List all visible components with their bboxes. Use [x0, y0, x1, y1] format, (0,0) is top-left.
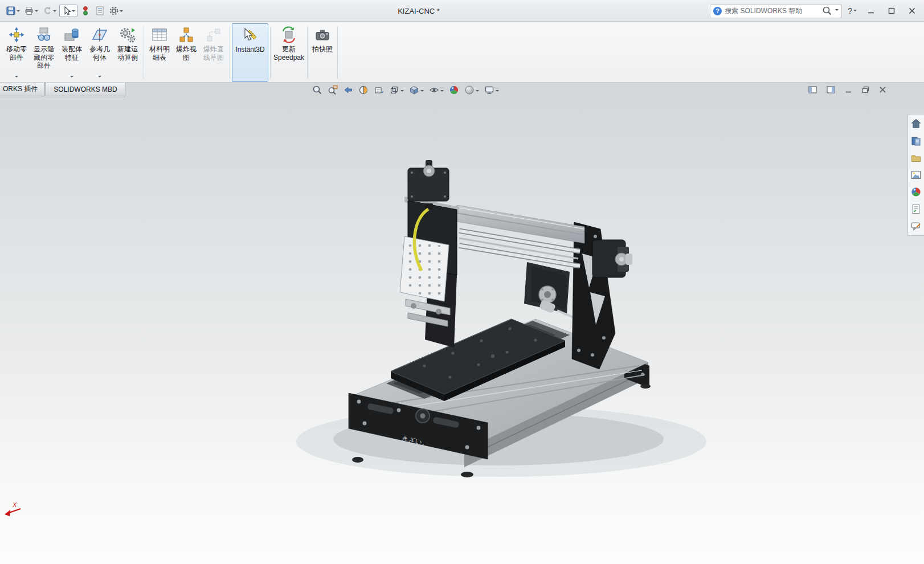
- print-button[interactable]: [23, 5, 39, 17]
- chevron-down-icon[interactable]: [15, 76, 18, 79]
- taskpane-custom-properties-button[interactable]: [910, 203, 922, 215]
- ribbon-button-label: 更新 Speedpak: [273, 45, 304, 62]
- file-explorer-folder-icon: [910, 152, 922, 164]
- taskpane-view-palette-button[interactable]: [910, 169, 922, 181]
- ribbon-button-label: 移动零部件: [5, 45, 28, 62]
- pane-left-icon[interactable]: [808, 86, 817, 93]
- assembly-features-icon: [63, 26, 80, 43]
- search-icon[interactable]: [822, 6, 832, 16]
- cnc-model[interactable]: きざい。: [296, 160, 706, 477]
- undo-button[interactable]: [41, 5, 58, 17]
- save-icon: [6, 6, 16, 16]
- ribbon-button-move-component[interactable]: 移动零部件: [3, 23, 30, 82]
- chevron-down-icon[interactable]: [420, 90, 424, 93]
- chevron-down-icon[interactable]: [98, 76, 101, 79]
- taskpane-file-explorer-button[interactable]: [910, 152, 922, 164]
- selection-filter-button[interactable]: [79, 5, 92, 17]
- zoom-to-fit-button[interactable]: [312, 85, 322, 95]
- machine-foot: [640, 384, 651, 389]
- ribbon-button-instant3d[interactable]: Instant3D: [232, 23, 268, 82]
- task-pane-tabs: [907, 114, 924, 236]
- taskpane-design-library-button[interactable]: [910, 134, 922, 147]
- tab-solidworks-addins[interactable]: ORKS 插件: [0, 83, 44, 96]
- home-icon: [910, 118, 922, 129]
- heads-up-view-toolbar: [312, 85, 499, 95]
- edit-appearance-button[interactable]: [449, 85, 459, 95]
- machine-foot: [461, 472, 473, 477]
- ribbon-button-new-motion-study[interactable]: 新建运动算例: [113, 23, 142, 82]
- show-hidden-components-icon: [35, 26, 52, 43]
- print-icon: [24, 6, 34, 16]
- minimize-icon: [868, 7, 874, 14]
- pane-right-icon[interactable]: [827, 86, 835, 93]
- taskpane-appearances-button[interactable]: [910, 186, 922, 198]
- select-cursor-icon: [62, 6, 72, 16]
- edit-appearance-icon: [449, 85, 459, 95]
- ribbon-button-label: 装配体特征: [60, 45, 84, 62]
- ribbon-separator: [337, 27, 338, 79]
- save-button[interactable]: [5, 5, 21, 17]
- design-library-icon: [910, 135, 922, 146]
- apply-scene-button[interactable]: [464, 85, 479, 95]
- minimize-button[interactable]: [862, 3, 880, 19]
- bill-of-materials-icon: [151, 26, 168, 43]
- doc-restore-icon[interactable]: [862, 86, 869, 93]
- help-search-input[interactable]: [725, 7, 819, 15]
- doc-close-icon[interactable]: [879, 86, 886, 93]
- ribbon-button-update-speedpak[interactable]: 更新 Speedpak: [272, 23, 305, 82]
- ribbon-button-label: Instant3D: [234, 46, 267, 54]
- dynamic-annotation-views-icon: [374, 85, 384, 95]
- ribbon-button-assembly-features[interactable]: 装配体特征: [58, 23, 86, 82]
- view-settings-button[interactable]: [484, 85, 499, 95]
- ribbon-button-take-snapshot[interactable]: 拍快照: [309, 23, 336, 82]
- dynamic-annotation-views-button[interactable]: [374, 85, 384, 95]
- quick-access-toolbar: [5, 5, 124, 17]
- new-motion-study-icon: [119, 26, 136, 43]
- chevron-down-icon[interactable]: [476, 90, 479, 93]
- zoom-to-area-button[interactable]: [328, 85, 338, 95]
- section-view-button[interactable]: [358, 85, 369, 95]
- explode-line-sketch-icon: [205, 26, 222, 43]
- chevron-down-icon[interactable]: [70, 76, 73, 79]
- ribbon-button-label: 爆炸直线草图: [202, 45, 226, 62]
- graphics-viewport[interactable]: ORKS 插件 SOLIDWORKS MBD: [0, 83, 924, 564]
- document-properties-button[interactable]: [93, 5, 106, 17]
- ribbon-button-exploded-view[interactable]: 爆炸视图: [173, 23, 199, 82]
- chevron-down-icon: [53, 10, 56, 14]
- ribbon-separator: [270, 27, 271, 79]
- model-canvas[interactable]: きざい。: [0, 83, 924, 564]
- chevron-down-icon[interactable]: [400, 90, 404, 93]
- ribbon-separator: [230, 27, 230, 79]
- chevron-down-icon: [17, 10, 20, 14]
- previous-view-icon: [343, 85, 353, 95]
- chevron-down-icon[interactable]: [440, 90, 444, 93]
- ribbon-button-label: 爆炸视图: [174, 45, 198, 62]
- solidworks-window: KIZAI-CNC * ? ?: [0, 0, 924, 564]
- close-button[interactable]: [903, 3, 921, 19]
- ribbon-button-show-hidden-components[interactable]: 显示隐藏的零部件: [30, 23, 58, 82]
- selection-filter-icon: [80, 6, 91, 16]
- chevron-down-icon[interactable]: [835, 9, 839, 13]
- help-search-box[interactable]: ?: [710, 4, 842, 18]
- custom-properties-icon: [910, 203, 922, 215]
- chevron-down-icon[interactable]: [496, 90, 499, 93]
- display-style-button[interactable]: [409, 85, 424, 95]
- forum-icon: [910, 220, 922, 232]
- title-bar: KIZAI-CNC * ? ?: [0, 0, 924, 22]
- help-badge-icon: ?: [713, 7, 722, 15]
- hide-show-items-button[interactable]: [429, 85, 444, 95]
- select-tool-button[interactable]: [59, 5, 77, 17]
- doc-minimize-icon[interactable]: [845, 86, 852, 93]
- previous-view-button[interactable]: [343, 85, 353, 95]
- help-button[interactable]: ?: [845, 6, 859, 15]
- ribbon-button-explode-line-sketch: 爆炸直线草图: [199, 23, 228, 82]
- taskpane-forum-button[interactable]: [910, 220, 922, 232]
- tab-solidworks-mbd[interactable]: SOLIDWORKS MBD: [46, 83, 125, 96]
- maximize-button[interactable]: [883, 3, 900, 19]
- ribbon-button-reference-geometry[interactable]: 参考几何体: [86, 23, 113, 82]
- ribbon-button-label: 材料明细表: [148, 45, 171, 62]
- view-orientation-button[interactable]: [389, 85, 404, 95]
- ribbon-button-bill-of-materials[interactable]: 材料明细表: [146, 23, 173, 82]
- options-button[interactable]: [108, 5, 124, 17]
- taskpane-home-button[interactable]: [910, 117, 922, 130]
